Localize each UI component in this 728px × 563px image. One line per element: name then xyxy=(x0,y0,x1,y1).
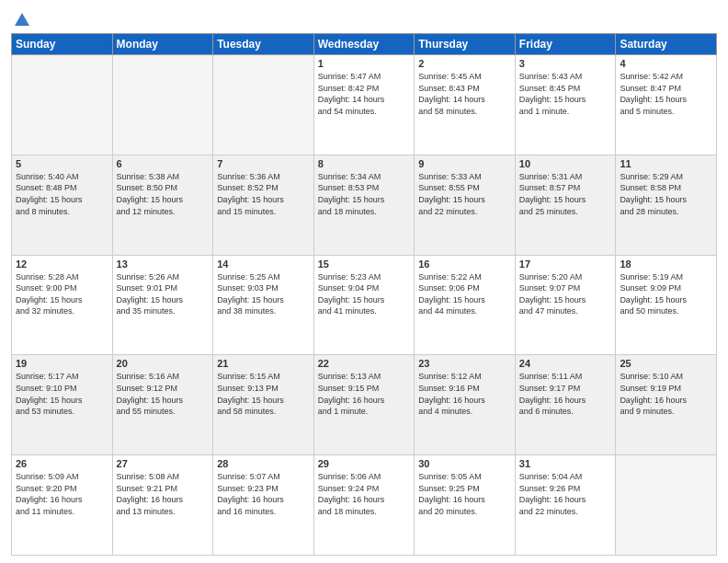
day-info: Sunrise: 5:43 AM Sunset: 8:45 PM Dayligh… xyxy=(519,71,612,117)
calendar-cell: 8Sunrise: 5:34 AM Sunset: 8:53 PM Daylig… xyxy=(313,155,415,255)
weekday-header-tuesday: Tuesday xyxy=(213,34,314,55)
calendar-cell: 11Sunrise: 5:29 AM Sunset: 8:58 PM Dayli… xyxy=(616,155,717,255)
svg-marker-0 xyxy=(15,13,29,26)
calendar-cell: 26Sunrise: 5:09 AM Sunset: 9:20 PM Dayli… xyxy=(12,455,113,556)
calendar-cell xyxy=(112,55,213,155)
day-number: 27 xyxy=(117,458,210,469)
day-info: Sunrise: 5:09 AM Sunset: 9:20 PM Dayligh… xyxy=(16,471,108,517)
calendar-table: SundayMondayTuesdayWednesdayThursdayFrid… xyxy=(11,33,717,556)
weekday-header-saturday: Saturday xyxy=(616,34,717,55)
day-info: Sunrise: 5:45 AM Sunset: 8:43 PM Dayligh… xyxy=(418,71,511,117)
day-number: 19 xyxy=(16,358,108,369)
logo-icon xyxy=(13,9,31,28)
day-number: 3 xyxy=(519,58,612,69)
day-info: Sunrise: 5:20 AM Sunset: 9:07 PM Dayligh… xyxy=(519,271,612,317)
day-number: 17 xyxy=(519,259,612,270)
day-number: 24 xyxy=(519,358,612,369)
calendar-cell: 29Sunrise: 5:06 AM Sunset: 9:24 PM Dayli… xyxy=(313,455,415,556)
day-number: 8 xyxy=(318,158,411,169)
page: SundayMondayTuesdayWednesdayThursdayFrid… xyxy=(0,0,728,563)
day-info: Sunrise: 5:17 AM Sunset: 9:10 PM Dayligh… xyxy=(16,371,108,417)
day-info: Sunrise: 5:23 AM Sunset: 9:04 PM Dayligh… xyxy=(318,271,411,317)
day-info: Sunrise: 5:40 AM Sunset: 8:48 PM Dayligh… xyxy=(16,171,108,217)
calendar-cell: 14Sunrise: 5:25 AM Sunset: 9:03 PM Dayli… xyxy=(213,255,314,355)
calendar-cell xyxy=(12,55,113,155)
day-number: 15 xyxy=(318,259,411,270)
weekday-header-thursday: Thursday xyxy=(415,34,516,55)
day-number: 30 xyxy=(418,458,511,469)
day-number: 1 xyxy=(318,58,411,69)
day-number: 5 xyxy=(16,158,108,169)
day-info: Sunrise: 5:42 AM Sunset: 8:47 PM Dayligh… xyxy=(620,71,712,117)
weekday-header-sunday: Sunday xyxy=(12,34,113,55)
day-info: Sunrise: 5:06 AM Sunset: 9:24 PM Dayligh… xyxy=(318,471,411,517)
calendar-cell: 28Sunrise: 5:07 AM Sunset: 9:23 PM Dayli… xyxy=(213,455,314,556)
day-info: Sunrise: 5:29 AM Sunset: 8:58 PM Dayligh… xyxy=(620,171,712,217)
day-info: Sunrise: 5:19 AM Sunset: 9:09 PM Dayligh… xyxy=(620,271,712,317)
calendar-cell: 4Sunrise: 5:42 AM Sunset: 8:47 PM Daylig… xyxy=(616,55,717,155)
day-number: 28 xyxy=(217,458,310,469)
calendar-cell: 22Sunrise: 5:13 AM Sunset: 9:15 PM Dayli… xyxy=(313,355,415,455)
day-number: 31 xyxy=(519,458,612,469)
day-info: Sunrise: 5:07 AM Sunset: 9:23 PM Dayligh… xyxy=(217,471,310,517)
calendar-week-row: 19Sunrise: 5:17 AM Sunset: 9:10 PM Dayli… xyxy=(12,355,717,455)
calendar-cell: 21Sunrise: 5:15 AM Sunset: 9:13 PM Dayli… xyxy=(213,355,314,455)
day-number: 2 xyxy=(418,58,511,69)
calendar-cell: 19Sunrise: 5:17 AM Sunset: 9:10 PM Dayli… xyxy=(12,355,113,455)
day-number: 20 xyxy=(117,358,210,369)
day-number: 4 xyxy=(620,58,712,69)
day-info: Sunrise: 5:13 AM Sunset: 9:15 PM Dayligh… xyxy=(318,371,411,417)
day-number: 18 xyxy=(620,259,712,270)
day-number: 9 xyxy=(418,158,511,169)
day-info: Sunrise: 5:25 AM Sunset: 9:03 PM Dayligh… xyxy=(217,271,310,317)
day-info: Sunrise: 5:16 AM Sunset: 9:12 PM Dayligh… xyxy=(117,371,210,417)
day-number: 13 xyxy=(117,259,210,270)
calendar-cell: 31Sunrise: 5:04 AM Sunset: 9:26 PM Dayli… xyxy=(515,455,616,556)
header xyxy=(11,9,717,28)
day-number: 12 xyxy=(16,259,108,270)
day-number: 26 xyxy=(16,458,108,469)
calendar-cell: 9Sunrise: 5:33 AM Sunset: 8:55 PM Daylig… xyxy=(415,155,516,255)
calendar-cell: 27Sunrise: 5:08 AM Sunset: 9:21 PM Dayli… xyxy=(112,455,213,556)
day-info: Sunrise: 5:11 AM Sunset: 9:17 PM Dayligh… xyxy=(519,371,612,417)
day-info: Sunrise: 5:08 AM Sunset: 9:21 PM Dayligh… xyxy=(117,471,210,517)
day-info: Sunrise: 5:38 AM Sunset: 8:50 PM Dayligh… xyxy=(117,171,210,217)
day-info: Sunrise: 5:10 AM Sunset: 9:19 PM Dayligh… xyxy=(620,371,712,417)
day-info: Sunrise: 5:04 AM Sunset: 9:26 PM Dayligh… xyxy=(519,471,612,517)
calendar-cell: 24Sunrise: 5:11 AM Sunset: 9:17 PM Dayli… xyxy=(515,355,616,455)
weekday-header-monday: Monday xyxy=(112,34,213,55)
day-info: Sunrise: 5:34 AM Sunset: 8:53 PM Dayligh… xyxy=(318,171,411,217)
day-number: 21 xyxy=(217,358,310,369)
day-info: Sunrise: 5:33 AM Sunset: 8:55 PM Dayligh… xyxy=(418,171,511,217)
calendar-cell: 3Sunrise: 5:43 AM Sunset: 8:45 PM Daylig… xyxy=(515,55,616,155)
calendar-cell: 30Sunrise: 5:05 AM Sunset: 9:25 PM Dayli… xyxy=(415,455,516,556)
day-info: Sunrise: 5:22 AM Sunset: 9:06 PM Dayligh… xyxy=(418,271,511,317)
day-number: 29 xyxy=(318,458,411,469)
weekday-header-wednesday: Wednesday xyxy=(313,34,415,55)
calendar-cell: 17Sunrise: 5:20 AM Sunset: 9:07 PM Dayli… xyxy=(515,255,616,355)
day-info: Sunrise: 5:05 AM Sunset: 9:25 PM Dayligh… xyxy=(418,471,511,517)
calendar-cell: 12Sunrise: 5:28 AM Sunset: 9:00 PM Dayli… xyxy=(12,255,113,355)
day-number: 16 xyxy=(418,259,511,270)
day-info: Sunrise: 5:36 AM Sunset: 8:52 PM Dayligh… xyxy=(217,171,310,217)
weekday-header-friday: Friday xyxy=(515,34,616,55)
day-number: 14 xyxy=(217,259,310,270)
calendar-cell: 6Sunrise: 5:38 AM Sunset: 8:50 PM Daylig… xyxy=(112,155,213,255)
calendar-cell xyxy=(616,455,717,556)
day-number: 22 xyxy=(318,358,411,369)
calendar-week-row: 26Sunrise: 5:09 AM Sunset: 9:20 PM Dayli… xyxy=(12,455,717,556)
day-number: 11 xyxy=(620,158,712,169)
day-info: Sunrise: 5:47 AM Sunset: 8:42 PM Dayligh… xyxy=(318,71,411,117)
weekday-header-row: SundayMondayTuesdayWednesdayThursdayFrid… xyxy=(12,34,717,55)
calendar-week-row: 12Sunrise: 5:28 AM Sunset: 9:00 PM Dayli… xyxy=(12,255,717,355)
day-info: Sunrise: 5:26 AM Sunset: 9:01 PM Dayligh… xyxy=(117,271,210,317)
calendar-cell: 7Sunrise: 5:36 AM Sunset: 8:52 PM Daylig… xyxy=(213,155,314,255)
day-number: 7 xyxy=(217,158,310,169)
calendar-cell: 2Sunrise: 5:45 AM Sunset: 8:43 PM Daylig… xyxy=(415,55,516,155)
calendar-cell: 16Sunrise: 5:22 AM Sunset: 9:06 PM Dayli… xyxy=(415,255,516,355)
calendar-cell: 25Sunrise: 5:10 AM Sunset: 9:19 PM Dayli… xyxy=(616,355,717,455)
day-info: Sunrise: 5:28 AM Sunset: 9:00 PM Dayligh… xyxy=(16,271,108,317)
calendar-cell: 18Sunrise: 5:19 AM Sunset: 9:09 PM Dayli… xyxy=(616,255,717,355)
logo xyxy=(11,9,31,28)
calendar-cell: 10Sunrise: 5:31 AM Sunset: 8:57 PM Dayli… xyxy=(515,155,616,255)
